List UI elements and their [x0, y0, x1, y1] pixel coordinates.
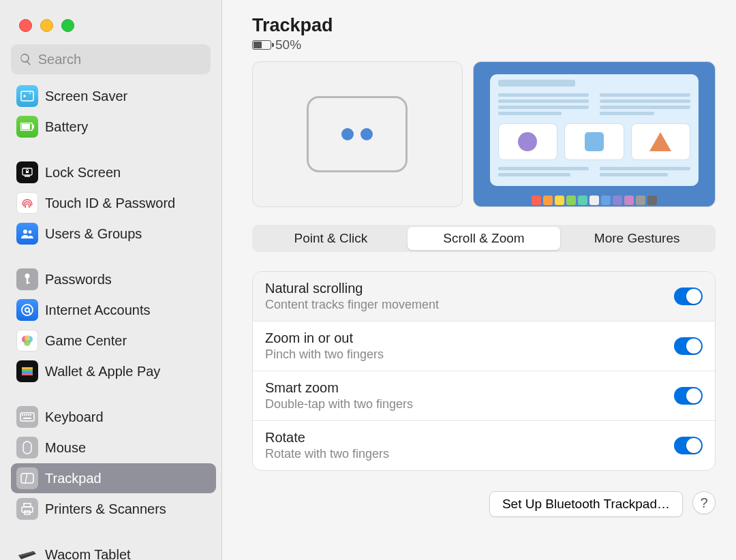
svg-rect-4	[33, 125, 34, 129]
svg-rect-27	[24, 414, 25, 416]
sidebar-item-label: Mouse	[45, 440, 86, 456]
sidebar-item-label: Screen Saver	[45, 89, 127, 104]
sidebar-item-touch-id[interactable]: Touch ID & Password	[11, 188, 216, 218]
preview-row	[252, 61, 716, 207]
setting-desc: Rotate with two fingers	[265, 447, 389, 461]
tab-more-gestures[interactable]: More Gestures	[560, 227, 714, 250]
sidebar-item-lock-screen[interactable]: Lock Screen	[11, 157, 216, 187]
svg-point-2	[29, 93, 31, 94]
page-title: Trackpad	[252, 15, 716, 36]
svg-rect-26	[22, 414, 23, 416]
switch-natural-scrolling[interactable]	[674, 287, 703, 305]
setting-desc: Double-tap with two fingers	[265, 397, 413, 411]
svg-rect-30	[30, 414, 31, 416]
sidebar-item-game-center[interactable]: Game Center	[11, 326, 216, 356]
printers-icon	[16, 498, 38, 520]
svg-rect-22	[22, 369, 33, 371]
minimize-window-button[interactable]	[40, 19, 53, 32]
trackpad-shape-icon	[307, 96, 408, 172]
search-input[interactable]	[38, 52, 202, 67]
svg-rect-35	[24, 503, 31, 507]
sidebar-item-label: Passwords	[45, 272, 112, 287]
trackpad-gesture-preview	[252, 61, 463, 207]
svg-rect-28	[26, 414, 27, 416]
svg-rect-21	[22, 367, 33, 369]
sidebar-item-internet-accounts[interactable]: Internet Accounts	[11, 295, 216, 325]
sidebar-item-printers-scanners[interactable]: Printers & Scanners	[11, 494, 216, 524]
sidebar-item-label: Internet Accounts	[45, 302, 151, 318]
sidebar-item-label: Game Center	[45, 333, 127, 349]
switch-smart-zoom[interactable]	[674, 387, 703, 405]
battery-percent: 50%	[275, 37, 301, 52]
finger-dot-icon	[341, 128, 354, 140]
screen-saver-icon	[16, 85, 38, 107]
sidebar-item-users-groups[interactable]: Users & Groups	[11, 219, 216, 249]
setting-desc: Content tracks finger movement	[265, 298, 439, 312]
sidebar-item-passwords[interactable]: Passwords	[11, 264, 216, 294]
sidebar-item-battery[interactable]: Battery	[11, 112, 216, 142]
sidebar-item-label: Touch ID & Password	[45, 196, 175, 211]
sidebar: Screen Saver Battery Lock Screen Touch I…	[0, 0, 222, 560]
setting-title: Zoom in or out	[265, 330, 384, 346]
internet-accounts-icon	[16, 299, 38, 321]
setting-title: Rotate	[265, 430, 389, 446]
setup-bluetooth-trackpad-button[interactable]: Set Up Bluetooth Trackpad…	[489, 491, 683, 517]
setting-title: Natural scrolling	[265, 281, 439, 296]
svg-rect-23	[22, 371, 33, 373]
battery-level-icon	[252, 40, 271, 50]
switch-rotate[interactable]	[674, 437, 703, 454]
lock-screen-icon	[16, 161, 38, 183]
sidebar-item-label: Lock Screen	[45, 165, 121, 181]
mouse-icon	[16, 437, 38, 458]
game-center-icon	[16, 330, 38, 352]
passwords-icon	[16, 268, 38, 290]
sidebar-item-label: Users & Groups	[45, 226, 142, 242]
sidebar-item-screen-saver[interactable]: Screen Saver	[11, 81, 216, 111]
sidebar-item-wacom-tablet[interactable]: Wacom Tablet	[11, 540, 216, 560]
search-field[interactable]	[11, 44, 211, 74]
bottom-row: Set Up Bluetooth Trackpad… ?	[252, 491, 716, 517]
svg-rect-25	[20, 413, 34, 421]
svg-point-10	[29, 230, 32, 234]
sidebar-item-label: Battery	[45, 119, 88, 135]
wacom-tablet-icon	[16, 544, 38, 560]
sidebar-item-trackpad[interactable]: Trackpad	[11, 463, 216, 493]
sidebar-item-label: Printers & Scanners	[45, 501, 166, 517]
preview-window	[490, 74, 699, 186]
tab-point-click[interactable]: Point & Click	[254, 227, 408, 250]
settings-card: Natural scrolling Content tracks finger …	[252, 271, 716, 471]
svg-point-19	[25, 335, 30, 341]
zoom-window-button[interactable]	[61, 19, 74, 32]
desktop-preview	[473, 61, 716, 207]
svg-rect-32	[23, 441, 31, 454]
svg-rect-7	[25, 176, 30, 177]
sidebar-item-label: Trackpad	[45, 471, 102, 486]
switch-zoom-in-or-out[interactable]	[674, 337, 703, 355]
svg-rect-31	[23, 418, 31, 419]
svg-point-1	[23, 95, 25, 97]
search-container	[0, 32, 221, 81]
sidebar-item-keyboard[interactable]: Keyboard	[11, 402, 216, 432]
svg-rect-13	[27, 282, 30, 283]
finger-dot-icon	[361, 128, 373, 140]
svg-rect-5	[22, 124, 30, 129]
keyboard-icon	[16, 406, 38, 428]
svg-rect-24	[22, 373, 33, 375]
svg-point-15	[25, 308, 29, 312]
help-button[interactable]: ?	[692, 491, 716, 514]
battery-icon	[16, 116, 38, 138]
tab-scroll-zoom[interactable]: Scroll & Zoom	[408, 227, 561, 250]
svg-rect-29	[28, 414, 29, 416]
sidebar-item-wallet[interactable]: Wallet & Apple Pay	[11, 356, 216, 386]
svg-rect-34	[22, 507, 33, 512]
touch-id-icon	[16, 192, 38, 214]
close-window-button[interactable]	[19, 19, 32, 32]
sidebar-item-mouse[interactable]: Mouse	[11, 433, 216, 463]
sidebar-item-label: Wacom Tablet	[45, 547, 131, 561]
svg-rect-0	[21, 91, 33, 101]
users-groups-icon	[16, 223, 38, 245]
sidebar-list: Screen Saver Battery Lock Screen Touch I…	[0, 81, 221, 560]
battery-status: 50%	[252, 37, 716, 52]
setting-rotate: Rotate Rotate with two fingers	[253, 420, 715, 470]
preview-dock	[490, 196, 699, 205]
